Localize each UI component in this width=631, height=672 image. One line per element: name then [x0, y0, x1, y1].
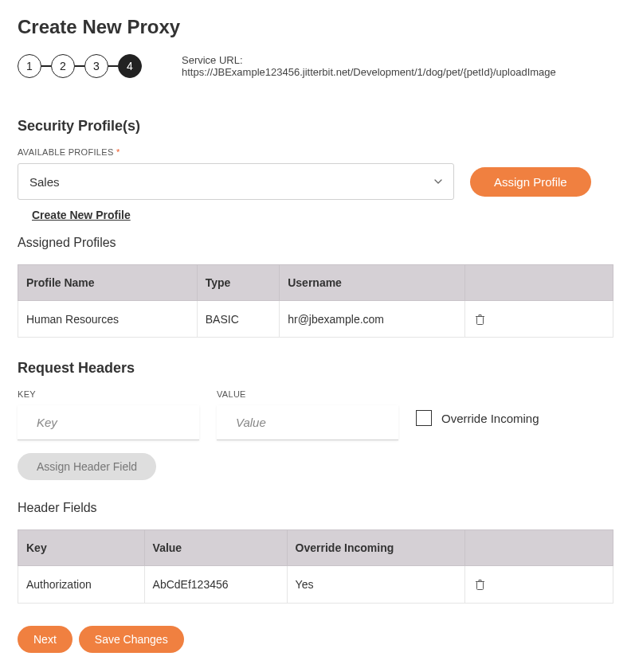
- select-value: Sales: [29, 175, 60, 189]
- table-header-row: Profile Name Type Username: [18, 265, 613, 301]
- security-profiles-heading: Security Profile(s): [18, 118, 613, 135]
- col-profile-name: Profile Name: [18, 265, 198, 301]
- save-changes-button[interactable]: Save Changes: [79, 626, 184, 653]
- value-input[interactable]: [217, 405, 398, 440]
- col-key: Key: [18, 530, 145, 566]
- step-2[interactable]: 2: [51, 54, 75, 78]
- service-url-label: Service URL:: [182, 54, 243, 66]
- step-connector: [41, 65, 51, 67]
- assigned-profiles-table: Profile Name Type Username Human Resourc…: [18, 264, 613, 338]
- step-1[interactable]: 1: [18, 54, 41, 78]
- override-checkbox[interactable]: [416, 410, 432, 426]
- table-row: Human Resources BASIC hr@jbexample.com: [18, 301, 613, 338]
- col-type: Type: [197, 265, 279, 301]
- assign-profile-button[interactable]: Assign Profile: [470, 167, 591, 197]
- assigned-profiles-title: Assigned Profiles: [18, 236, 613, 250]
- table-header-row: Key Value Override Incoming: [18, 530, 613, 566]
- svg-rect-0: [476, 316, 483, 324]
- trash-icon[interactable]: [473, 579, 486, 592]
- cell-key: Authorization: [18, 566, 145, 603]
- request-headers-heading: Request Headers: [18, 360, 613, 377]
- svg-rect-1: [476, 582, 483, 590]
- col-actions: [465, 530, 613, 566]
- footer-buttons: Next Save Changes: [18, 626, 613, 653]
- header-fields-table: Key Value Override Incoming Authorizatio…: [18, 529, 613, 603]
- available-profiles-label: AVAILABLE PROFILES *: [18, 147, 613, 157]
- required-indicator: *: [116, 147, 120, 157]
- header-fields-title: Header Fields: [18, 501, 613, 515]
- key-label: KEY: [18, 389, 199, 399]
- cell-username: hr@jbexample.com: [280, 301, 465, 338]
- cell-actions: [465, 566, 613, 603]
- col-username: Username: [280, 265, 465, 301]
- cell-profile-name: Human Resources: [18, 301, 198, 338]
- cell-type: BASIC: [197, 301, 279, 338]
- cell-value: AbCdEf123456: [144, 566, 287, 603]
- col-actions: [465, 265, 613, 301]
- stepper: 1 2 3 4: [18, 54, 142, 78]
- create-new-profile-link[interactable]: Create New Profile: [32, 209, 131, 221]
- step-connector: [75, 65, 84, 67]
- page-title: Create New Proxy: [18, 16, 613, 38]
- profile-select-row: Sales Assign Profile: [18, 163, 613, 200]
- trash-icon[interactable]: [473, 313, 486, 326]
- value-field: VALUE: [217, 389, 398, 440]
- stepper-row: 1 2 3 4 Service URL: https://JBExample12…: [18, 54, 613, 78]
- cell-actions: [465, 301, 613, 338]
- assign-header-field-button[interactable]: Assign Header Field: [18, 453, 156, 480]
- next-button[interactable]: Next: [18, 626, 73, 653]
- key-field: KEY: [18, 389, 199, 440]
- value-label: VALUE: [217, 389, 398, 399]
- override-checkbox-group: Override Incoming: [416, 410, 539, 426]
- service-url-value: https://JBExample123456.jitterbit.net/De…: [182, 66, 556, 78]
- step-3[interactable]: 3: [84, 54, 108, 78]
- request-headers-inputs: KEY VALUE Override Incoming: [18, 389, 613, 440]
- table-row: Authorization AbCdEf123456 Yes: [18, 566, 613, 603]
- override-label: Override Incoming: [441, 412, 539, 425]
- col-value: Value: [144, 530, 287, 566]
- service-url: Service URL: https://JBExample123456.jit…: [182, 54, 613, 78]
- step-connector: [108, 65, 118, 67]
- key-input[interactable]: [18, 405, 199, 440]
- chevron-down-icon: [434, 178, 442, 186]
- cell-override: Yes: [287, 566, 464, 603]
- step-4[interactable]: 4: [118, 54, 142, 78]
- col-override: Override Incoming: [287, 530, 464, 566]
- available-profiles-label-text: AVAILABLE PROFILES: [18, 147, 114, 157]
- available-profiles-select[interactable]: Sales: [18, 163, 454, 200]
